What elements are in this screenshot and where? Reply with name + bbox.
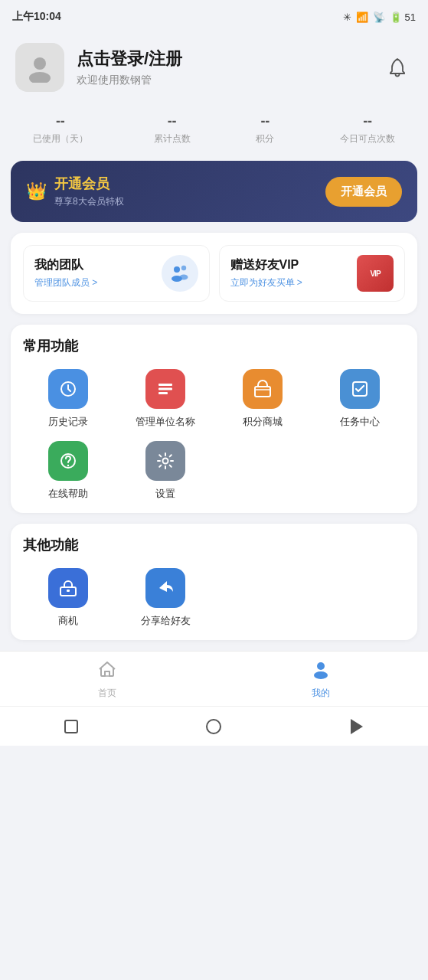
nav-back-button[interactable]: [341, 711, 372, 742]
other-features-grid: 商机 分享给好友: [23, 568, 405, 628]
gift-vip-title: 赠送好友VIP: [230, 257, 302, 273]
common-features-grid: 历史记录 管理单位名称 积分商城: [23, 369, 405, 501]
tab-home-label: 首页: [98, 687, 116, 700]
vip-subtitle: 尊享8大会员特权: [54, 195, 124, 208]
svg-point-2: [174, 266, 180, 273]
status-time: 上午10:04: [12, 10, 61, 24]
nav-square-button[interactable]: [56, 711, 87, 742]
online-help-icon: [48, 441, 88, 481]
notification-button[interactable]: [382, 52, 413, 83]
vip-left: 👑 开通会员 尊享8大会员特权: [26, 175, 124, 208]
vip-text: 开通会员 尊享8大会员特权: [54, 175, 124, 208]
svg-point-5: [179, 275, 188, 280]
team-row: 我的团队 管理团队成员 > 赠送好友VIP 立即为好友买单 > VIP: [23, 245, 405, 302]
gift-vip-item[interactable]: 赠送好友VIP 立即为好友买单 > VIP: [219, 245, 406, 302]
svg-point-0: [34, 57, 46, 70]
status-bar: 上午10:04 ✳ 📶 📡 🔋 51: [0, 0, 428, 34]
my-team-link[interactable]: 管理团队成员 >: [34, 276, 97, 289]
svg-point-3: [181, 266, 185, 270]
manage-unit-icon: [145, 369, 185, 409]
svg-rect-8: [158, 388, 172, 390]
feature-share-label: 分享给好友: [141, 614, 191, 628]
team-icon: [162, 255, 198, 292]
feature-business-label: 商机: [58, 614, 78, 628]
profile-text: 点击登录/注册 欢迎使用数钢管: [77, 47, 182, 87]
wifi-icon: 📡: [373, 11, 385, 23]
points-mall-icon: [243, 369, 283, 409]
other-features-title: 其他功能: [23, 536, 405, 554]
home-tab-icon: [97, 659, 117, 684]
tab-mine-label: 我的: [312, 687, 330, 700]
team-card: 我的团队 管理团队成员 > 赠送好友VIP 立即为好友买单 > VIP: [11, 233, 417, 314]
history-icon: [48, 369, 88, 409]
status-icons: ✳ 📶 📡 🔋 51: [343, 11, 416, 23]
svg-rect-10: [255, 387, 270, 397]
gift-vip-link[interactable]: 立即为好友买单 >: [230, 276, 302, 289]
business-icon: [48, 568, 88, 608]
profile-left: 点击登录/注册 欢迎使用数钢管: [15, 43, 182, 92]
nav-home-button[interactable]: [198, 711, 229, 742]
common-features-card: 常用功能 历史记录 管理单位名称: [11, 325, 417, 513]
settings-icon: [145, 441, 185, 481]
android-nav-bar: [0, 706, 428, 746]
svg-point-1: [29, 72, 51, 83]
stats-row: -- 已使用（天） -- 累计点数 -- 积分 -- 今日可点次数: [0, 107, 428, 161]
stat-days: -- 已使用（天）: [33, 113, 88, 145]
vip-badge-icon: VIP: [357, 255, 394, 292]
avatar[interactable]: [15, 43, 64, 92]
svg-point-13: [67, 465, 69, 466]
feature-manage-unit-label: 管理单位名称: [136, 415, 195, 429]
signal-icon: 📶: [356, 11, 368, 23]
svg-rect-9: [158, 392, 168, 394]
svg-point-19: [314, 671, 328, 679]
svg-point-18: [317, 662, 325, 670]
feature-online-help[interactable]: 在线帮助: [23, 441, 114, 501]
feature-settings-label: 设置: [155, 487, 175, 501]
common-features-title: 常用功能: [23, 337, 405, 355]
stat-score: -- 积分: [256, 113, 274, 145]
feature-share[interactable]: 分享给好友: [120, 568, 211, 628]
mine-tab-icon: [311, 659, 331, 684]
profile-section: 点击登录/注册 欢迎使用数钢管: [0, 34, 428, 107]
my-team-item[interactable]: 我的团队 管理团队成员 >: [23, 245, 210, 302]
feature-online-help-label: 在线帮助: [48, 487, 88, 501]
tab-mine[interactable]: 我的: [214, 659, 429, 700]
share-icon: [145, 568, 185, 608]
feature-settings[interactable]: 设置: [120, 441, 211, 501]
feature-manage-unit[interactable]: 管理单位名称: [120, 369, 211, 429]
other-features-card: 其他功能 商机 分享给好友: [11, 524, 417, 640]
nav-back-icon: [351, 719, 363, 734]
battery-icon: 🔋 51: [390, 11, 416, 23]
svg-rect-16: [67, 590, 70, 592]
task-center-icon: [340, 369, 380, 409]
feature-points-mall[interactable]: 积分商城: [217, 369, 309, 429]
vip-open-button[interactable]: 开通会员: [325, 177, 402, 207]
svg-rect-7: [158, 384, 172, 386]
vip-banner: 👑 开通会员 尊享8大会员特权 开通会员: [11, 161, 417, 222]
tab-bar: 首页 我的: [0, 651, 428, 706]
profile-title[interactable]: 点击登录/注册: [77, 47, 182, 70]
svg-point-14: [163, 459, 168, 464]
stat-points-acc: -- 累计点数: [154, 113, 191, 145]
bluetooth-icon: ✳: [343, 11, 351, 23]
feature-history[interactable]: 历史记录: [23, 369, 114, 429]
feature-task-center-label: 任务中心: [340, 415, 380, 429]
my-team-title: 我的团队: [34, 257, 97, 273]
nav-square-icon: [64, 720, 78, 733]
stat-daily: -- 今日可点次数: [340, 113, 395, 145]
vip-title: 开通会员: [54, 175, 124, 193]
vip-crown-icon: 👑: [26, 181, 47, 201]
feature-task-center[interactable]: 任务中心: [314, 369, 405, 429]
feature-business[interactable]: 商机: [23, 568, 114, 628]
feature-history-label: 历史记录: [48, 415, 88, 429]
profile-subtitle: 欢迎使用数钢管: [77, 74, 182, 87]
feature-points-mall-label: 积分商城: [243, 415, 283, 429]
nav-circle-icon: [206, 719, 221, 734]
tab-home[interactable]: 首页: [0, 659, 214, 700]
